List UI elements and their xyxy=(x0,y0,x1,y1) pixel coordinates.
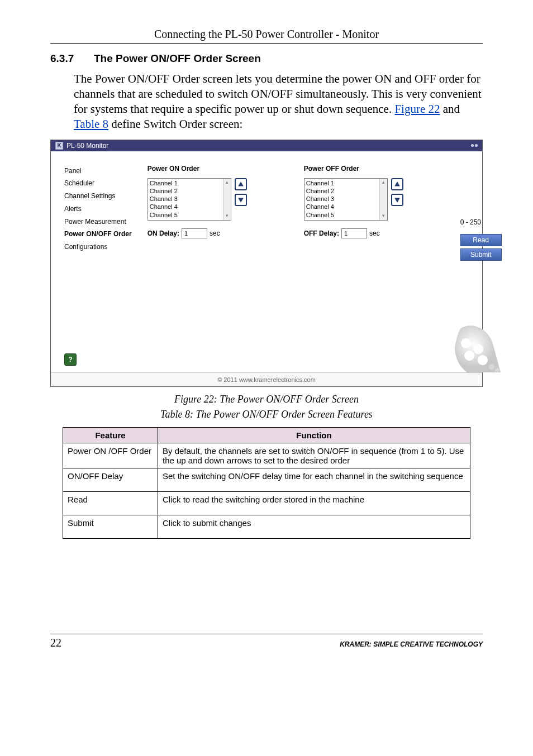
page-footer: 22 KRAMER: Simple Creative Technology xyxy=(50,634,483,649)
svg-point-6 xyxy=(464,351,474,361)
on-delay-label: ON Delay: xyxy=(147,229,179,237)
off-delay-label: OFF Delay: xyxy=(304,229,339,237)
svg-point-5 xyxy=(473,344,483,354)
list-item[interactable]: Channel 3 xyxy=(150,195,221,203)
list-item[interactable]: Channel 5 xyxy=(306,211,378,219)
list-item[interactable]: Channel 5 xyxy=(150,211,221,219)
intro-text-3: define Switch Order screen: xyxy=(108,117,242,131)
read-button[interactable]: Read xyxy=(460,234,502,246)
scroll-up-icon[interactable]: ▲ xyxy=(380,179,387,186)
table-cell: Power ON /OFF Order xyxy=(63,443,158,468)
table-cell: Click to submit changes xyxy=(158,515,470,538)
sidebar-item-power-measurement[interactable]: Power Measurement xyxy=(64,216,132,228)
svg-point-7 xyxy=(478,355,488,365)
triangle-down-icon xyxy=(394,197,401,203)
list-item[interactable]: Channel 1 xyxy=(306,179,378,187)
svg-point-9 xyxy=(495,368,499,372)
power-on-order-group: Power ON Order Channel 1 Channel 2 Chann… xyxy=(147,165,276,261)
scroll-down-icon[interactable]: ▼ xyxy=(380,212,387,220)
feature-table: Feature Function Power ON /OFF Order By … xyxy=(63,427,470,539)
svg-point-8 xyxy=(489,364,494,370)
move-down-button[interactable] xyxy=(235,194,247,206)
sidebar-item-panel[interactable]: Panel xyxy=(64,165,132,178)
scrollbar[interactable]: ▲ ▼ xyxy=(379,179,387,220)
move-up-button[interactable] xyxy=(235,178,247,190)
table-cell: Submit xyxy=(63,515,158,538)
triangle-up-icon xyxy=(237,181,244,188)
app-titlebar: K PL-50 Monitor xyxy=(51,140,482,151)
sidebar-item-power-on-off-order[interactable]: Power ON/OFF Order xyxy=(64,228,132,241)
list-item[interactable]: Channel 3 xyxy=(306,195,378,203)
running-header: Connecting the PL-50 Power Controller - … xyxy=(50,28,483,44)
main-area: Power ON Order Channel 1 Channel 2 Chann… xyxy=(142,161,507,372)
table-8-link[interactable]: Table 8 xyxy=(74,117,108,131)
triangle-down-icon xyxy=(237,197,244,203)
sidebar-item-channel-settings[interactable]: Channel Settings xyxy=(64,190,132,203)
table-row: ON/OFF Delay Set the switching ON/OFF de… xyxy=(63,468,470,491)
delay-range-text: 0 - 250 xyxy=(460,218,502,226)
app-title: PL-50 Monitor xyxy=(66,142,108,150)
power-off-order-listbox[interactable]: Channel 1 Channel 2 Channel 3 Channel 4 … xyxy=(304,178,388,221)
table-row: Submit Click to submit changes xyxy=(63,515,470,538)
app-footer: © 2011 www.kramerelectronics.com xyxy=(51,372,482,386)
power-on-order-title: Power ON Order xyxy=(147,165,276,173)
intro-paragraph: The Power ON/OFF Order screen lets you d… xyxy=(74,71,483,132)
table-header-feature: Feature xyxy=(63,427,158,443)
list-item[interactable]: Channel 2 xyxy=(150,187,221,195)
list-item[interactable]: Channel 1 xyxy=(150,179,221,187)
page-number: 22 xyxy=(50,637,61,649)
on-delay-unit: sec xyxy=(210,229,220,237)
table-cell: Set the switching ON/OFF delay time for … xyxy=(158,468,470,491)
list-item[interactable]: Channel 2 xyxy=(306,187,378,195)
app-window: K PL-50 Monitor Panel Scheduler Channel … xyxy=(50,140,483,387)
list-item[interactable]: Channel 4 xyxy=(306,203,378,210)
table-row: Power ON /OFF Order By default, the chan… xyxy=(63,443,470,468)
section-number: 6.3.7 xyxy=(50,52,94,65)
sidebar-item-alerts[interactable]: Alerts xyxy=(64,203,132,216)
scroll-up-icon[interactable]: ▲ xyxy=(223,179,231,186)
svg-marker-3 xyxy=(394,198,400,202)
sidebar-item-configurations[interactable]: Configurations xyxy=(64,241,132,253)
app-logo-icon: K xyxy=(55,142,63,150)
scrollbar[interactable]: ▲ ▼ xyxy=(223,179,231,220)
titlebar-indicator-icon xyxy=(471,144,478,147)
move-up-button[interactable] xyxy=(391,178,403,190)
scroll-down-icon[interactable]: ▼ xyxy=(223,212,231,220)
move-down-button[interactable] xyxy=(391,194,403,206)
off-delay-input[interactable] xyxy=(341,228,367,238)
table-cell: Click to read the switching order stored… xyxy=(158,491,470,515)
figure-caption: Figure 22: The Power ON/OFF Order Screen xyxy=(50,394,483,405)
svg-marker-2 xyxy=(394,181,400,186)
intro-text-2: and xyxy=(440,102,460,116)
table-cell: Read xyxy=(63,491,158,515)
figure-22-link[interactable]: Figure 22 xyxy=(394,102,440,116)
sidebar-item-scheduler[interactable]: Scheduler xyxy=(64,177,132,190)
svg-point-4 xyxy=(461,338,471,348)
section-title: The Power ON/OFF Order Screen xyxy=(94,52,261,64)
decorative-corner-icon xyxy=(439,317,501,372)
triangle-up-icon xyxy=(394,181,401,188)
table-caption: Table 8: The Power ON/OFF Order Screen F… xyxy=(50,409,483,420)
help-button[interactable]: ? xyxy=(64,353,77,366)
sidebar: Panel Scheduler Channel Settings Alerts … xyxy=(59,161,132,372)
power-off-order-title: Power OFF Order xyxy=(304,165,432,173)
table-row: Read Click to read the switching order s… xyxy=(63,491,470,515)
table-cell: By default, the channels are set to swit… xyxy=(158,443,470,468)
submit-button[interactable]: Submit xyxy=(460,248,502,261)
table-cell: ON/OFF Delay xyxy=(63,468,158,491)
power-on-order-listbox[interactable]: Channel 1 Channel 2 Channel 3 Channel 4 … xyxy=(147,178,231,221)
power-off-order-group: Power OFF Order Channel 1 Channel 2 Chan… xyxy=(304,165,432,261)
svg-marker-1 xyxy=(238,198,244,202)
svg-marker-0 xyxy=(238,181,244,186)
off-delay-unit: sec xyxy=(369,229,380,237)
section-heading: 6.3.7The Power ON/OFF Order Screen xyxy=(50,52,483,65)
table-header-function: Function xyxy=(158,427,470,443)
list-item[interactable]: Channel 4 xyxy=(150,203,221,210)
footer-brand-tag: KRAMER: Simple Creative Technology xyxy=(340,640,483,648)
on-delay-input[interactable] xyxy=(182,228,207,238)
